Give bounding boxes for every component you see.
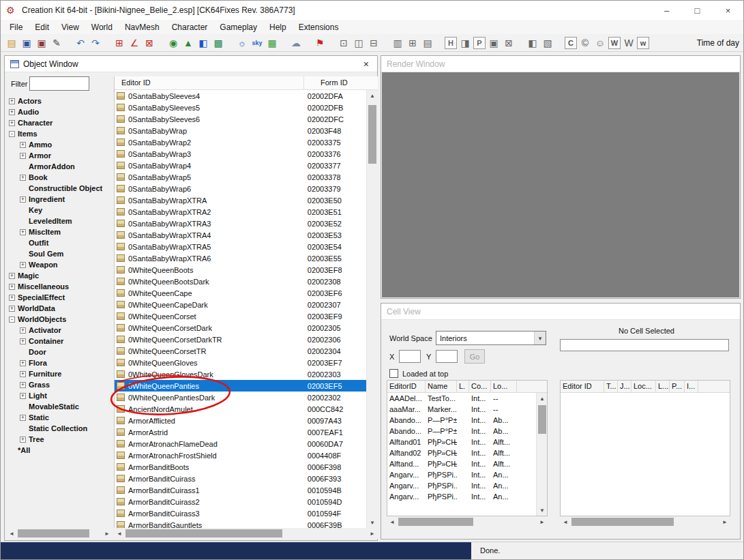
tool-window-icon-3[interactable]: ⊟ bbox=[367, 36, 381, 50]
preferences-icon[interactable]: ✎ bbox=[50, 36, 63, 50]
scroll-right-icon[interactable]: ► bbox=[537, 516, 548, 527]
letter-w-icon[interactable]: W bbox=[622, 36, 636, 50]
grass-icon[interactable]: ▦ bbox=[265, 36, 279, 50]
object-row[interactable]: ArmorAfflicted 00097A43 bbox=[115, 415, 367, 426]
tree-expand-toggle[interactable]: + bbox=[20, 371, 26, 377]
object-row[interactable]: 0SantaBabyWrapXTRA3 02003E52 bbox=[115, 218, 367, 229]
object-row[interactable]: 0SantaBabyWrap 02003F48 bbox=[115, 125, 367, 136]
menu-item[interactable]: Edit bbox=[29, 21, 55, 33]
tree-item[interactable]: Soul Gem bbox=[6, 248, 113, 259]
go-button[interactable]: Go bbox=[464, 349, 485, 364]
object-row[interactable]: ArmorBanditCuirass3 0010594F bbox=[115, 507, 367, 519]
cell-row[interactable]: AAADel... TestTo... Int... -- bbox=[387, 393, 547, 404]
tree-item[interactable]: - Items bbox=[6, 128, 113, 139]
cell-row[interactable]: Alftand... РђР»СЊ... Int... Alft... bbox=[387, 458, 547, 469]
landscape-edit-icon[interactable]: ▲ bbox=[181, 36, 195, 50]
column-co[interactable]: Co... bbox=[469, 381, 491, 392]
object-row[interactable]: ArmorBanditCuirass2 0010594D bbox=[115, 496, 367, 507]
tree-expand-toggle[interactable]: + bbox=[20, 415, 26, 421]
save-data-icon[interactable]: ▣ bbox=[35, 36, 48, 50]
column-p[interactable]: P... bbox=[670, 381, 685, 392]
tree-expand-toggle[interactable]: + bbox=[20, 338, 26, 344]
tree-item[interactable]: + SpecialEffect bbox=[6, 292, 113, 303]
column-j[interactable]: J... bbox=[618, 381, 631, 392]
column-l[interactable]: L... bbox=[656, 381, 670, 392]
cell-row[interactable]: Alftand01 РђР»СЊ... Int... Alft... bbox=[387, 437, 547, 447]
object-row[interactable]: ArmorAstrid 0007EAF1 bbox=[115, 426, 367, 438]
letter-c-icon[interactable]: C bbox=[565, 37, 577, 49]
tree-item[interactable]: MovableStatic bbox=[6, 401, 113, 412]
scroll-thumb[interactable] bbox=[398, 518, 473, 526]
object-row[interactable]: ArmorBanditCuirass 0006F393 bbox=[115, 473, 367, 484]
tree-item[interactable]: + Ammo bbox=[6, 139, 113, 150]
object-row[interactable]: ArmorAtronachFlameDead 00060DA7 bbox=[115, 438, 367, 450]
tool-window-icon-7[interactable]: ◨ bbox=[458, 36, 472, 50]
object-row[interactable]: 0SantaBabyWrapXTRA2 02003E51 bbox=[115, 206, 367, 218]
crossed-box-icon[interactable]: ⊠ bbox=[502, 36, 516, 50]
object-row[interactable]: 0WhiteQueenCorsetTR 02002304 bbox=[115, 345, 367, 357]
tree-item[interactable]: + Grass bbox=[6, 379, 113, 390]
cell-row[interactable]: Alftand02 РђР»СЊ... Int... Alft... bbox=[387, 447, 547, 458]
column-t[interactable]: T... bbox=[604, 381, 618, 392]
scroll-thumb[interactable] bbox=[571, 518, 674, 526]
tree-item[interactable]: *All bbox=[6, 445, 113, 456]
object-window-header[interactable]: Object Window × bbox=[5, 56, 377, 72]
snap-to-angle-icon[interactable]: ∠ bbox=[128, 36, 141, 50]
render-window-header[interactable]: Render Window bbox=[381, 56, 740, 72]
cell-view-header[interactable]: Cell View bbox=[381, 304, 740, 320]
tree-item[interactable]: + Flora bbox=[6, 357, 113, 368]
tree-item[interactable]: + Magic bbox=[6, 270, 113, 281]
tree-item[interactable]: + Activator bbox=[6, 325, 113, 336]
menu-item[interactable]: NavMesh bbox=[119, 21, 166, 33]
menu-item[interactable]: View bbox=[55, 21, 85, 33]
save-icon[interactable]: ▣ bbox=[20, 36, 33, 50]
tree-item[interactable]: + Furniture bbox=[6, 368, 113, 379]
tool-window-icon-9[interactable]: ◧ bbox=[526, 36, 539, 50]
scroll-left-icon[interactable]: ◄ bbox=[114, 528, 125, 539]
scroll-down-icon[interactable]: ▼ bbox=[367, 517, 378, 528]
tree-item[interactable]: + Book bbox=[6, 172, 113, 183]
tree-item[interactable]: + Static bbox=[6, 412, 113, 423]
letter-h-icon[interactable]: H bbox=[445, 37, 457, 49]
tree-item[interactable]: + Weapon bbox=[6, 259, 113, 270]
object-row[interactable]: 0SantaBabySleeves6 02002DFC bbox=[115, 113, 367, 125]
object-row[interactable]: 0WhiteQueenCorset 02003EF9 bbox=[115, 310, 367, 322]
menu-item[interactable]: Extensions bbox=[293, 21, 345, 33]
tree-item[interactable]: LeveledItem bbox=[6, 216, 113, 226]
snap-to-grid-icon[interactable]: ⊞ bbox=[113, 36, 126, 50]
tree-item[interactable]: + Container bbox=[6, 336, 113, 347]
y-coordinate-input[interactable] bbox=[436, 350, 458, 363]
scroll-down-icon[interactable]: ▼ bbox=[537, 505, 548, 516]
tree-item[interactable]: + Character bbox=[6, 117, 113, 128]
tree-item[interactable]: + Miscellaneous bbox=[6, 281, 113, 292]
dialogue-icon[interactable]: ☁ bbox=[289, 36, 303, 50]
tree-item[interactable]: Constructible Object bbox=[6, 183, 113, 194]
object-row[interactable]: 0WhiteQueenBoots 02003EF8 bbox=[115, 264, 367, 276]
column-editor-id[interactable]: Editor ID bbox=[561, 381, 604, 392]
tree-expand-toggle[interactable]: + bbox=[9, 295, 15, 301]
tree-expand-toggle[interactable]: + bbox=[9, 284, 15, 290]
scroll-thumb[interactable] bbox=[125, 529, 282, 537]
cells-vertical-scrollbar[interactable]: ▲ ▼ bbox=[536, 393, 547, 516]
object-row[interactable]: 0WhiteQueenPantiesDark 02002302 bbox=[115, 392, 367, 403]
object-row[interactable]: 0SantaBabyWrapXTRA6 02003E55 bbox=[115, 252, 367, 264]
world-space-dropdown[interactable]: Interiors ▾ bbox=[436, 331, 546, 345]
object-row[interactable]: 0SantaBabyWrapXTRA4 02003E53 bbox=[115, 229, 367, 241]
scroll-up-icon[interactable]: ▲ bbox=[537, 393, 548, 404]
tree-item[interactable]: Door bbox=[6, 347, 113, 357]
tree-expand-toggle[interactable]: - bbox=[9, 131, 15, 137]
snap-to-reference-icon[interactable]: ⊠ bbox=[143, 36, 156, 50]
tree-expand-toggle[interactable]: + bbox=[20, 327, 26, 334]
tree-item[interactable]: - WorldObjects bbox=[6, 314, 113, 325]
column-name[interactable]: Name bbox=[426, 381, 457, 392]
navmesh-icon[interactable]: ▩ bbox=[211, 36, 225, 50]
list-horizontal-scrollbar[interactable]: ◄ ► bbox=[114, 528, 378, 539]
redo-icon[interactable]: ↷ bbox=[89, 36, 102, 50]
object-row[interactable]: 0WhiteQueenGlovesDark 02002303 bbox=[115, 368, 367, 380]
cell-row[interactable]: Angarv... РђРЅРі... Int... An... bbox=[387, 480, 547, 491]
tree-expand-toggle[interactable]: + bbox=[20, 360, 26, 366]
sky-icon[interactable]: sky bbox=[250, 36, 264, 50]
cell-row[interactable]: aaaMar... Marker... Int... -- bbox=[387, 404, 547, 415]
object-window-close-button[interactable]: × bbox=[361, 59, 372, 70]
object-axes-icon[interactable]: ◧ bbox=[196, 36, 210, 50]
